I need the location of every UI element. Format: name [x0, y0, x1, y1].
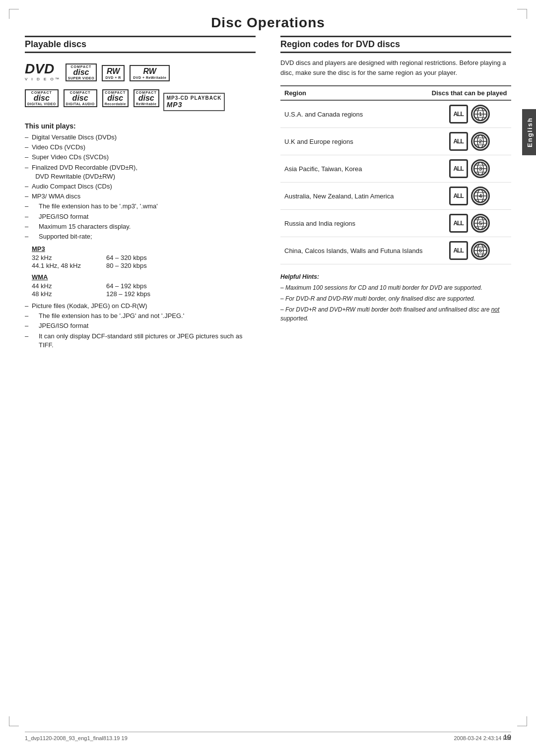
region-table: Region Discs that can be played U.S.A. a…: [280, 85, 511, 264]
left-column: Playable discs DVD V I D E O™ COMPACT di…: [25, 36, 261, 351]
page-container: English Disc Operations Playable discs D…: [0, 0, 536, 756]
region-badges: ALL 2: [427, 128, 511, 155]
footer: 1_dvp1120-2008_93_eng1_final813.19 19 20…: [25, 732, 511, 741]
region-name: China, Calcos Islands, Walls and Futuna …: [280, 237, 427, 264]
disc-badges-3: ALL 3: [431, 159, 507, 178]
hint-item-2: – For DVD-R and DVD-RW multi border, onl…: [280, 294, 511, 303]
playable-discs-header: Playable discs: [25, 36, 256, 53]
cd-rewritable-logo: COMPACT disc ReWritable: [134, 89, 159, 107]
footer-left: 1_dvp1120-2008_93_eng1_final813.19 19: [25, 735, 128, 741]
wma-bitrate-table: 44 kHz 64 – 192 kbps 48 kHz 128 – 192 kb…: [32, 282, 256, 298]
mp3-freq-1: 32 kHz: [32, 254, 96, 261]
list-item: JPEG/ISO format: [25, 212, 256, 221]
list-item: The file extension has to be '.mp3', '.w…: [25, 202, 256, 211]
region-name: U.S.A. and Canada regions: [280, 100, 427, 128]
hint-item-1: – Maximum 100 sessions for CD and 10 mul…: [280, 283, 511, 292]
list-item: Video CDs (VCDs): [25, 143, 256, 152]
table-row: Asia Pacific, Taiwan, Korea ALL: [280, 155, 511, 183]
region-col-header: Region: [280, 86, 427, 100]
region-badges: ALL 3: [427, 155, 511, 183]
unit-plays-title: This unit plays:: [25, 122, 256, 130]
list-item: Finalized DVD Recordable (DVD±R), DVD Re…: [25, 163, 256, 181]
dvd-plus-r-logo: RW DVD + R: [102, 65, 125, 81]
region-badges: ALL 6: [427, 237, 511, 264]
wma-bitrate-section: WMA 44 kHz 64 – 192 kbps 48 kHz 128 – 19…: [32, 273, 256, 298]
hint-title: Helpful Hints:: [280, 272, 511, 281]
globe-icon-2: 2: [472, 133, 488, 149]
region-name: Asia Pacific, Taiwan, Korea: [280, 155, 427, 183]
cd-super-video-logo: COMPACT disc SUPER VIDEO: [66, 63, 97, 81]
all-badge-2: ALL: [449, 132, 468, 151]
page-title: Disc Operations: [0, 0, 536, 36]
region-description: DVD discs and players are designed with …: [280, 58, 511, 77]
wma-rate-1: 64 – 192 kbps: [106, 282, 256, 290]
list-item: It can only display DCF-standard still p…: [25, 332, 256, 350]
mp3-rate-1: 64 – 320 kbps: [106, 254, 256, 261]
corner-mark-br: [517, 716, 527, 726]
page-number: 19: [503, 733, 511, 741]
wma-rate-2: 128 – 192 kbps: [106, 290, 256, 298]
globe-icon-1: 1: [472, 106, 488, 122]
globe-icon-3: 3: [472, 161, 488, 177]
corner-mark-tr: [517, 9, 527, 19]
list-item: Maximum 15 characters display.: [25, 222, 256, 231]
right-column: Region codes for DVD discs DVD discs and…: [275, 36, 511, 351]
globe-icon-6: 6: [472, 243, 488, 258]
region-codes-header: Region codes for DVD discs: [280, 36, 511, 53]
table-row: Australia, New Zealand, Latin America AL…: [280, 183, 511, 210]
list-item: JPEG/ISO format: [25, 321, 256, 330]
wma-freq-1: 44 kHz: [32, 282, 96, 290]
globe-badge-3: 3: [471, 159, 490, 178]
helpful-hints: Helpful Hints: – Maximum 100 sessions fo…: [280, 272, 511, 323]
region-name: Australia, New Zealand, Latin America: [280, 183, 427, 210]
disc-badges-2: ALL 2: [431, 132, 507, 151]
globe-icon-5: 5: [472, 215, 488, 231]
globe-badge-6: 6: [471, 241, 490, 260]
region-badges: ALL 5: [427, 210, 511, 237]
disc-logos-row1: DVD V I D E O™ COMPACT disc SUPER VIDEO …: [25, 62, 170, 81]
globe-badge-4: 4: [471, 187, 490, 205]
disc-logos-row2: COMPACT disc DIGITAL VIDEO COMPACT disc …: [25, 89, 159, 107]
mp3-bitrate-table: 32 kHz 64 – 320 kbps 44.1 kHz, 48 kHz 80…: [32, 254, 256, 269]
mp3-bitrate-section: MP3 32 kHz 64 – 320 kbps 44.1 kHz, 48 kH…: [32, 245, 256, 269]
list-item: MP3/ WMA discs: [25, 192, 256, 201]
dvd-text: DVD: [25, 62, 54, 76]
list-item: The file extension has to be '.JPG' and …: [25, 312, 256, 320]
discs-col-header: Discs that can be played: [427, 86, 511, 100]
main-content: Playable discs DVD V I D E O™ COMPACT di…: [0, 36, 536, 351]
region-badges: ALL 1: [427, 100, 511, 128]
svg-text:4: 4: [479, 193, 482, 199]
globe-badge-5: 5: [471, 214, 490, 233]
disc-badges-5: ALL 5: [431, 214, 507, 233]
footer-right: 2008-03-24 2:43:14 PM: [454, 735, 511, 741]
dvd-plus-rw-logo: RW DVD + ReWritable: [130, 65, 170, 81]
all-badge-3: ALL: [449, 159, 468, 178]
english-tab: English: [522, 109, 536, 155]
mp3-freq-2: 44.1 kHz, 48 kHz: [32, 262, 96, 269]
table-row: U.S.A. and Canada regions ALL: [280, 100, 511, 128]
mp3-title: MP3: [32, 245, 256, 252]
wma-title: WMA: [32, 273, 256, 281]
svg-text:2: 2: [479, 138, 482, 144]
list-item: Super Video CDs (SVCDs): [25, 153, 256, 162]
table-row: Russia and India regions ALL: [280, 210, 511, 237]
region-name: Russia and India regions: [280, 210, 427, 237]
list-item: Audio Compact Discs (CDs): [25, 182, 256, 191]
disc-badges-1: ALL 1: [431, 105, 507, 124]
disc-logos: DVD V I D E O™ COMPACT disc SUPER VIDEO …: [25, 58, 256, 115]
corner-mark-bl: [9, 716, 19, 726]
wma-freq-2: 48 kHz: [32, 290, 96, 298]
all-badge-4: ALL: [449, 187, 468, 205]
globe-badge-2: 2: [471, 132, 490, 151]
svg-text:6: 6: [479, 248, 482, 253]
cd-digital-video-logo: COMPACT disc DIGITAL VIDEO: [25, 89, 59, 107]
list-item: Digital Versatile Discs (DVDs): [25, 133, 256, 142]
svg-text:5: 5: [479, 220, 482, 226]
dvd-video-logo: DVD V I D E O™: [25, 62, 61, 81]
hint-item-3: – For DVD+R and DVD+RW multi border both…: [280, 305, 511, 323]
all-badge-5: ALL: [449, 214, 468, 233]
dvd-video-text: V I D E O™: [25, 77, 61, 81]
cd-recordable-logo: COMPACT disc Recordable: [102, 89, 129, 107]
corner-mark-tl: [9, 9, 19, 19]
unit-plays-list: Digital Versatile Discs (DVDs) Video CDs…: [25, 133, 256, 241]
